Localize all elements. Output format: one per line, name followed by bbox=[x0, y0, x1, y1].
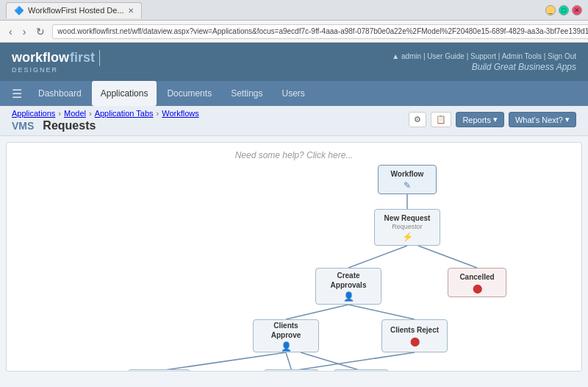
nav-documents[interactable]: Documents bbox=[158, 81, 220, 106]
node-create-approvals[interactable]: CreateApprovals 👤 bbox=[315, 268, 381, 305]
refresh-button[interactable]: ↻ bbox=[33, 24, 48, 39]
nav-settings[interactable]: Settings bbox=[222, 81, 271, 106]
nav-dashboard[interactable]: Dashboard bbox=[29, 81, 90, 106]
browser-titlebar: 🔷 WorkflowFirst Hosted De... ✕ _ □ ✕ bbox=[0, 0, 588, 21]
tab-title: WorkflowFirst Hosted De... bbox=[28, 6, 124, 15]
maximize-btn[interactable]: □ bbox=[559, 5, 569, 15]
tab-favicon: 🔷 bbox=[14, 6, 24, 15]
address-input[interactable]: wood.workflowfirst.net/wff/dataview.aspx… bbox=[52, 24, 588, 39]
minimize-btn[interactable]: _ bbox=[545, 5, 556, 15]
breadcrumb-actions: ⚙ 📋 Reports ▾ What's Next? ▾ bbox=[409, 109, 576, 127]
app-header: workflow first DESIGNER ▲ admin | User G… bbox=[0, 43, 588, 81]
reports-label: Reports bbox=[462, 116, 491, 124]
logo-designer: DESIGNER bbox=[12, 67, 104, 74]
whats-next-button[interactable]: What's Next? ▾ bbox=[509, 112, 576, 127]
node-workflow[interactable]: Workflow ✎ bbox=[378, 165, 437, 194]
svg-line-6 bbox=[286, 352, 292, 371]
header-right: ▲ admin | User Guide | Support | Admin T… bbox=[392, 52, 576, 72]
browser-tab[interactable]: 🔷 WorkflowFirst Hosted De... ✕ bbox=[6, 2, 142, 18]
svg-line-2 bbox=[418, 246, 477, 268]
header-user-links: ▲ admin | User Guide | Support | Admin T… bbox=[392, 52, 576, 60]
node-noc-approve[interactable]: NOC Approve NOC ⬤ bbox=[128, 369, 190, 372]
breadcrumb-application-tabs[interactable]: Application Tabs bbox=[95, 109, 154, 118]
forward-button[interactable]: › bbox=[20, 24, 29, 39]
browser-window-controls: _ □ ✕ bbox=[545, 5, 582, 15]
breadcrumb-model[interactable]: Model bbox=[64, 109, 86, 118]
reports-button[interactable]: Reports ▾ bbox=[456, 112, 504, 127]
whats-next-chevron: ▾ bbox=[565, 115, 570, 124]
node-new-request[interactable]: New Request Requestor ⚡ bbox=[374, 209, 440, 246]
breadcrumb-links: Applications › Model › Application Tabs … bbox=[12, 109, 199, 118]
logo-workflow: workflow bbox=[12, 51, 69, 65]
logo-first: first bbox=[70, 51, 95, 65]
close-btn[interactable]: ✕ bbox=[572, 5, 582, 15]
node-workflow-title: Workflow bbox=[391, 169, 424, 179]
reports-chevron: ▾ bbox=[493, 115, 498, 124]
address-bar: ‹ › ↻ wood.workflowfirst.net/wff/datavie… bbox=[0, 21, 588, 43]
tab-close-icon[interactable]: ✕ bbox=[128, 7, 134, 15]
page-title-requests: Requests bbox=[43, 119, 96, 132]
workflow-canvas: Need some help? Click here... bbox=[6, 142, 582, 372]
help-text[interactable]: Need some help? Click here... bbox=[7, 150, 581, 160]
hamburger-icon[interactable]: ☰ bbox=[6, 84, 28, 104]
svg-line-1 bbox=[348, 246, 407, 268]
svg-line-5 bbox=[159, 352, 286, 371]
clipboard-icon-button[interactable]: 📋 bbox=[431, 112, 451, 127]
back-button[interactable]: ‹ bbox=[6, 24, 15, 39]
node-workflow-icon: ✎ bbox=[404, 180, 411, 191]
page-title-vms: VMS bbox=[12, 120, 34, 132]
node-clients-approve[interactable]: Clients Approve 👤 bbox=[253, 319, 319, 352]
header-tagline: Build Great Business Apps bbox=[472, 62, 576, 72]
settings-icon-button[interactable]: ⚙ bbox=[409, 112, 426, 127]
address-text: wood.workflowfirst.net/wff/dataview.aspx… bbox=[57, 27, 588, 35]
breadcrumb-applications[interactable]: Applications bbox=[12, 109, 55, 118]
content-area: Applications › Model › Application Tabs … bbox=[0, 106, 588, 387]
node-noc-reject[interactable]: NOC Reject NOC ⬤ bbox=[264, 369, 319, 372]
nav-users[interactable]: Users bbox=[273, 81, 314, 106]
page-title: VMS Requests bbox=[12, 119, 199, 132]
node-clients-reject[interactable]: Clients Reject ⬤ bbox=[381, 319, 448, 352]
whats-next-label: What's Next? bbox=[515, 116, 563, 124]
svg-line-3 bbox=[286, 305, 348, 319]
breadcrumb-workflows[interactable]: Workflows bbox=[162, 109, 199, 118]
nav-bar: ☰ Dashboard Applications Documents Setti… bbox=[0, 81, 588, 106]
svg-line-8 bbox=[292, 352, 415, 371]
node-cancelled[interactable]: Cancelled ⬤ bbox=[448, 268, 506, 297]
breadcrumb-bar: Applications › Model › Application Tabs … bbox=[0, 106, 588, 136]
breadcrumb: Applications › Model › Application Tabs … bbox=[12, 109, 199, 132]
app-logo: workflow first DESIGNER bbox=[12, 50, 104, 74]
svg-line-7 bbox=[301, 352, 362, 371]
node-noc-query[interactable]: NOC Query NOC ⬤ bbox=[334, 369, 389, 372]
svg-line-4 bbox=[348, 305, 415, 319]
nav-applications[interactable]: Applications bbox=[92, 81, 157, 106]
